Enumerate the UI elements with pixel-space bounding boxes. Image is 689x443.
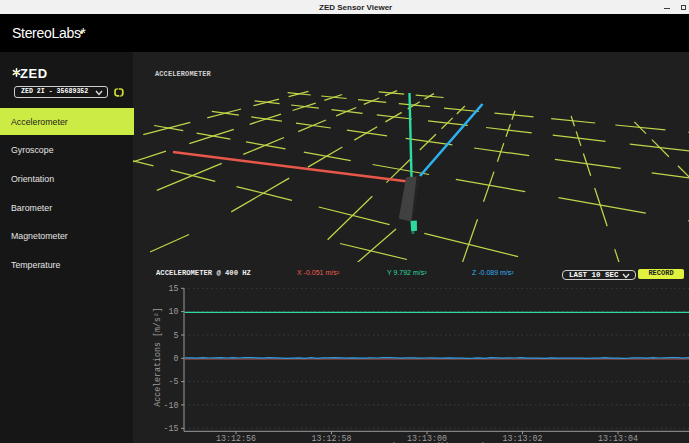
svg-text:0: 0 xyxy=(174,354,179,363)
svg-text:Accelerations [m/s²]: Accelerations [m/s²] xyxy=(153,307,162,407)
svg-text:-5: -5 xyxy=(169,377,179,386)
svg-text:13:13:02: 13:13:02 xyxy=(503,434,543,443)
svg-text:13:12:56: 13:12:56 xyxy=(216,434,256,443)
svg-text:15: 15 xyxy=(169,284,179,293)
svg-text:5: 5 xyxy=(174,331,179,340)
svg-text:10: 10 xyxy=(169,307,179,316)
svg-text:-15: -15 xyxy=(164,424,179,433)
svg-text:13:13:04: 13:13:04 xyxy=(598,434,638,443)
svg-text:-10: -10 xyxy=(164,401,179,410)
svg-text:13:12:58: 13:12:58 xyxy=(312,434,352,443)
